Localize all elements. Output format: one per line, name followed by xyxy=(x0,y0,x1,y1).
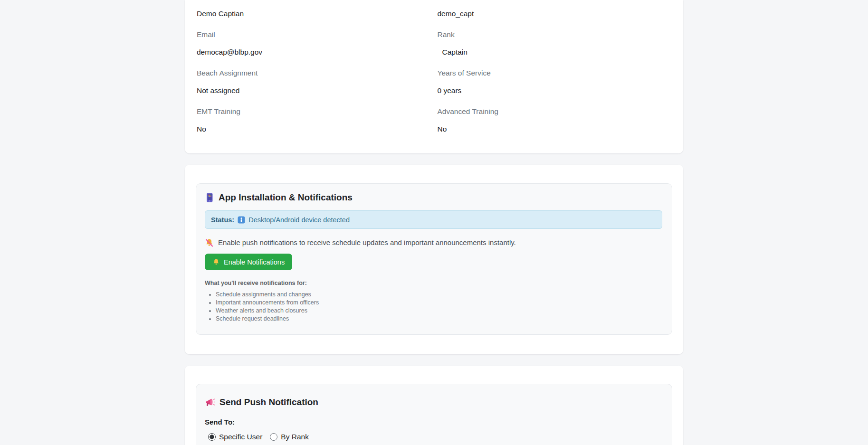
send-to-label: Send To: xyxy=(205,418,662,426)
send-push-panel: Send Push Notification Send To: Specific… xyxy=(196,384,672,445)
app-installation-title-row: App Installation & Notifications xyxy=(205,192,662,203)
beach-assignment-label: Beach Assignment xyxy=(197,68,431,78)
emt-training-value: No xyxy=(197,124,431,134)
status-text: Desktop/Android device detected xyxy=(248,216,350,224)
advanced-training-label: Advanced Training xyxy=(438,106,672,116)
email-label: Email xyxy=(197,29,431,39)
advanced-training-value: No xyxy=(438,124,672,134)
app-installation-panel: App Installation & Notifications Status:… xyxy=(196,183,672,335)
send-push-card: Send Push Notification Send To: Specific… xyxy=(185,366,683,445)
by-rank-radio[interactable] xyxy=(270,433,277,441)
list-item: Weather alerts and beach closures xyxy=(216,307,662,315)
email-value: democap@blbp.gov xyxy=(197,47,431,57)
status-label: Status: xyxy=(211,216,234,224)
by-rank-radio-label: By Rank xyxy=(281,433,309,441)
app-installation-card: App Installation & Notifications Status:… xyxy=(185,165,683,354)
send-push-title: Send Push Notification xyxy=(219,397,318,408)
page-content: Demo Captian Email democap@blbp.gov Beac… xyxy=(185,0,683,445)
enable-notifications-label: Enable Notifications xyxy=(224,258,285,266)
emt-training-label: EMT Training xyxy=(197,106,431,116)
bell-slash-icon xyxy=(205,238,214,247)
app-installation-title: App Installation & Notifications xyxy=(219,192,353,203)
profile-grid: Demo Captian Email democap@blbp.gov Beac… xyxy=(197,9,671,134)
profile-card: Demo Captian Email democap@blbp.gov Beac… xyxy=(185,0,683,153)
bell-icon xyxy=(212,258,220,266)
radio-option-by-rank[interactable]: By Rank xyxy=(270,433,309,441)
device-status-alert: Status: Desktop/Android device detected xyxy=(205,210,662,229)
push-description-row: Enable push notifications to receive sch… xyxy=(205,238,662,247)
years-of-service-value: 0 years xyxy=(438,85,672,95)
profile-left-column: Demo Captian Email democap@blbp.gov Beac… xyxy=(197,9,431,134)
specific-user-radio[interactable] xyxy=(208,433,216,441)
megaphone-icon xyxy=(205,397,215,407)
list-item: Important announcements from officers xyxy=(216,299,662,307)
list-item: Schedule assignments and changes xyxy=(216,291,662,299)
rank-label: Rank xyxy=(438,29,672,39)
info-icon xyxy=(238,216,245,224)
rank-value: Captain xyxy=(438,47,672,57)
mobile-phone-icon xyxy=(205,193,214,202)
years-of-service-label: Years of Service xyxy=(438,68,672,78)
notifications-list: Schedule assignments and changes Importa… xyxy=(205,291,662,323)
profile-right-column: demo_capt Rank Captain Years of Service … xyxy=(438,9,672,134)
send-to-radio-group: Specific User By Rank xyxy=(205,433,662,441)
list-item: Schedule request deadlines xyxy=(216,315,662,323)
beach-assignment-value: Not assigned xyxy=(197,85,431,95)
send-push-title-row: Send Push Notification xyxy=(205,397,662,408)
profile-name-value: Demo Captian xyxy=(197,9,431,19)
profile-username-value: demo_capt xyxy=(438,9,672,19)
specific-user-radio-label: Specific User xyxy=(219,433,262,441)
radio-option-specific-user[interactable]: Specific User xyxy=(208,433,262,441)
push-description-text: Enable push notifications to receive sch… xyxy=(218,238,516,247)
notifications-list-heading: What you'll receive notifications for: xyxy=(205,279,662,287)
enable-notifications-button[interactable]: Enable Notifications xyxy=(205,254,292,270)
